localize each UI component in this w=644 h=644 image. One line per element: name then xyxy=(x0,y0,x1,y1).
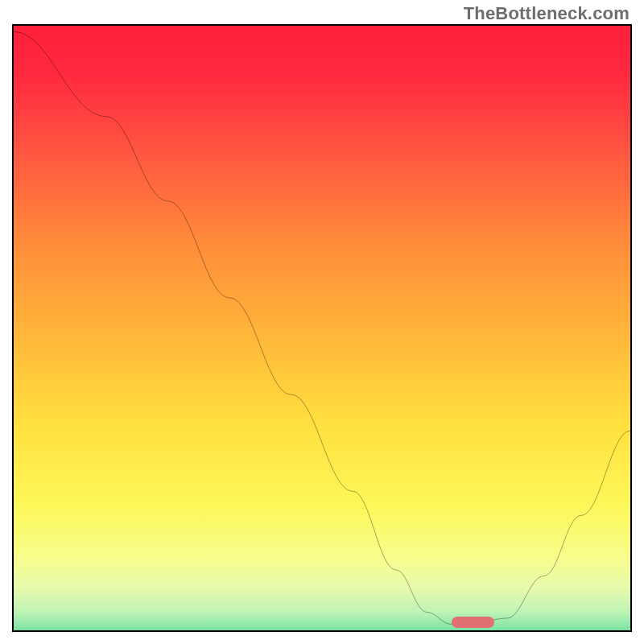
watermark-text: TheBottleneck.com xyxy=(464,3,630,24)
bottleneck-curve xyxy=(14,26,630,630)
optimal-range-marker xyxy=(452,617,495,628)
plot-frame xyxy=(12,24,632,632)
chart-container: TheBottleneck.com xyxy=(0,0,644,644)
